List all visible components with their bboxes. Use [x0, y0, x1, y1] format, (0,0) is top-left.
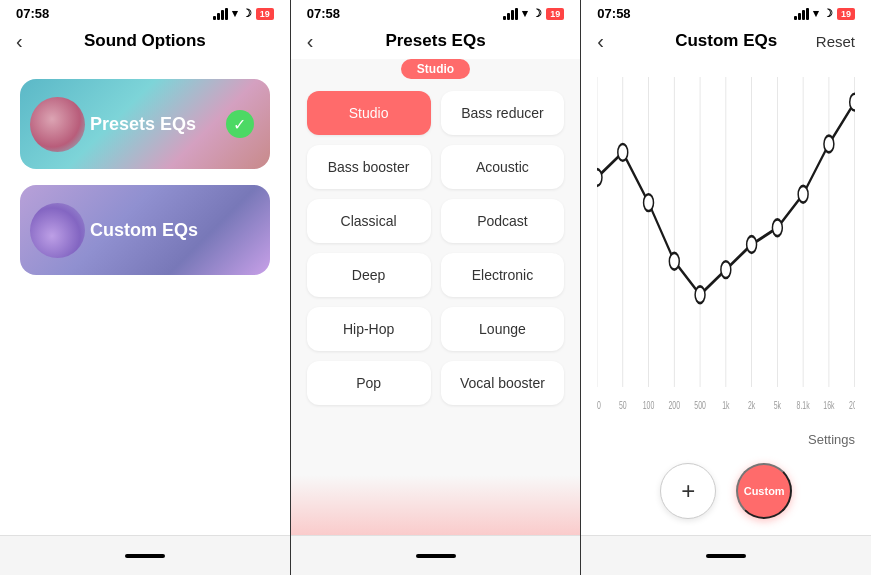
back-button-2[interactable]: ‹ [307, 30, 314, 53]
moon-icon-3: ☽ [823, 7, 833, 20]
signal-bar-4 [225, 8, 228, 20]
svg-text:200: 200 [669, 398, 681, 411]
wifi-icon-2: ▾ [522, 7, 528, 20]
eq-chart: 20 50 100 200 500 1k 2k 5k 8.1k 16k 20k [581, 67, 871, 432]
tab-indicator-3 [706, 554, 746, 558]
tab-bar-3 [581, 535, 871, 575]
preset-electronic[interactable]: Electronic [441, 253, 565, 297]
preset-hiphop[interactable]: Hip-Hop [307, 307, 431, 351]
status-bar-2: 07:58 ▾ ☽ 19 [291, 0, 581, 25]
tab-indicator-1 [125, 554, 165, 558]
settings-label[interactable]: Settings [581, 432, 871, 447]
eq-point-8 [799, 186, 809, 203]
status-time-3: 07:58 [597, 6, 630, 21]
status-icons-2: ▾ ☽ 19 [503, 7, 564, 20]
eq-point-3 [670, 253, 680, 270]
preset-lounge[interactable]: Lounge [441, 307, 565, 351]
preset-bass-booster[interactable]: Bass booster [307, 145, 431, 189]
tab-bar-1 [0, 535, 290, 575]
preset-bass-reducer[interactable]: Bass reducer [441, 91, 565, 135]
presets-eq-card[interactable]: Presets EQs ✓ [20, 79, 270, 169]
battery-icon-3: 19 [837, 8, 855, 20]
svg-text:5k: 5k [774, 398, 781, 411]
svg-text:100: 100 [643, 398, 655, 411]
eq-point-2 [644, 194, 654, 211]
back-button-3[interactable]: ‹ [597, 30, 604, 53]
preset-deep[interactable]: Deep [307, 253, 431, 297]
signal-bars-3 [794, 8, 809, 20]
eq-curve-svg: 20 50 100 200 500 1k 2k 5k 8.1k 16k 20k [597, 77, 855, 412]
eq-point-10 [850, 94, 855, 111]
eq-point-9 [824, 136, 834, 153]
nav-title-2: Presets EQs [385, 31, 485, 51]
status-bar-3: 07:58 ▾ ☽ 19 [581, 0, 871, 25]
svg-text:500: 500 [695, 398, 707, 411]
nav-header-1: ‹ Sound Options [0, 25, 290, 59]
presets-check-icon: ✓ [226, 110, 254, 138]
sound-options-content: Presets EQs ✓ Custom EQs [0, 59, 290, 535]
battery-icon-1: 19 [256, 8, 274, 20]
custom-blob [30, 203, 85, 258]
tab-bar-2 [291, 535, 581, 575]
selected-badge-label: Studio [401, 59, 470, 79]
status-time-2: 07:58 [307, 6, 340, 21]
nav-header-2: ‹ Presets EQs [291, 25, 581, 59]
presets-blob [30, 97, 85, 152]
custom-eq-card[interactable]: Custom EQs [20, 185, 270, 275]
back-button-1[interactable]: ‹ [16, 30, 23, 53]
moon-icon-1: ☽ [242, 7, 252, 20]
presets-content: Studio Studio Bass reducer Bass booster … [291, 59, 581, 535]
status-time-1: 07:58 [16, 6, 49, 21]
svg-text:16k: 16k [824, 398, 835, 411]
reset-button[interactable]: Reset [816, 33, 855, 50]
signal-bar-1 [213, 16, 216, 20]
nav-title-1: Sound Options [84, 31, 206, 51]
wifi-icon-1: ▾ [232, 7, 238, 20]
wifi-icon-3: ▾ [813, 7, 819, 20]
svg-text:20: 20 [597, 398, 601, 411]
eq-point-7 [773, 219, 783, 236]
preset-pop[interactable]: Pop [307, 361, 431, 405]
signal-bar-3 [221, 10, 224, 20]
status-icons-1: ▾ ☽ 19 [213, 7, 274, 20]
status-icons-3: ▾ ☽ 19 [794, 7, 855, 20]
eq-point-1 [618, 144, 628, 161]
custom-eq-button[interactable]: Custom [736, 463, 792, 519]
eq-point-5 [721, 261, 731, 278]
svg-text:1k: 1k [723, 398, 730, 411]
svg-text:2k: 2k [748, 398, 755, 411]
preset-vocal-booster[interactable]: Vocal booster [441, 361, 565, 405]
preset-classical[interactable]: Classical [307, 199, 431, 243]
selected-badge: Studio [307, 59, 565, 79]
eq-point-6 [747, 236, 757, 253]
preset-studio[interactable]: Studio [307, 91, 431, 135]
signal-bars-1 [213, 8, 228, 20]
nav-header-3: ‹ Custom EQs Reset [581, 25, 871, 59]
status-bar-1: 07:58 ▾ ☽ 19 [0, 0, 290, 25]
signal-bar-2 [217, 13, 220, 20]
tab-indicator-2 [416, 554, 456, 558]
battery-icon-2: 19 [546, 8, 564, 20]
add-eq-button[interactable]: + [660, 463, 716, 519]
screen-custom-eqs: 07:58 ▾ ☽ 19 ‹ Custom EQs Reset [580, 0, 871, 575]
nav-title-3: Custom EQs [675, 31, 777, 51]
preset-podcast[interactable]: Podcast [441, 199, 565, 243]
eq-point-4 [695, 286, 705, 303]
screen-sound-options: 07:58 ▾ ☽ 19 ‹ Sound Options Presets EQs… [0, 0, 290, 575]
presets-grid: Studio Bass reducer Bass booster Acousti… [307, 91, 565, 405]
preset-acoustic[interactable]: Acoustic [441, 145, 565, 189]
screen-presets-eqs: 07:58 ▾ ☽ 19 ‹ Presets EQs Studio Studio… [290, 0, 581, 575]
custom-eq-content: 20 50 100 200 500 1k 2k 5k 8.1k 16k 20k … [581, 59, 871, 535]
moon-icon-2: ☽ [532, 7, 542, 20]
custom-fab-area: + Custom [581, 455, 871, 535]
svg-text:50: 50 [619, 398, 627, 411]
svg-text:8.1k: 8.1k [797, 398, 810, 411]
signal-bars-2 [503, 8, 518, 20]
eq-point-0 [597, 169, 602, 186]
svg-text:20k: 20k [849, 398, 855, 411]
